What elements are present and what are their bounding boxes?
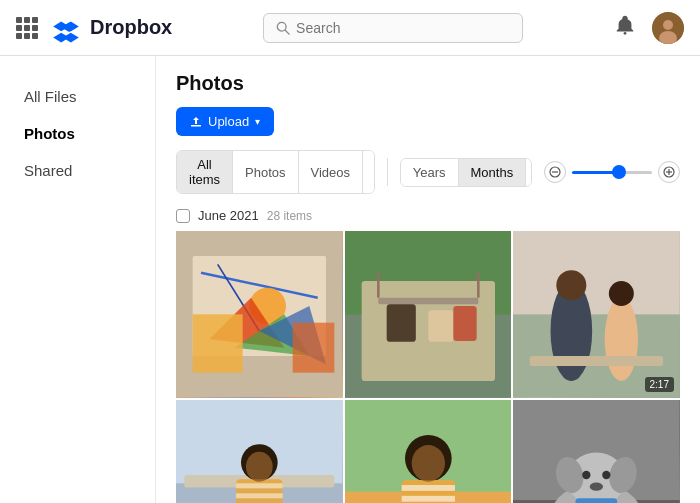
filter-tabs: All items Photos Videos Starred <box>176 150 375 194</box>
sidebar-item-photos[interactable]: Photos <box>16 117 139 150</box>
logo[interactable]: Dropbox <box>50 12 172 44</box>
svg-line-1 <box>285 30 289 34</box>
zoom-out-button[interactable] <box>544 161 566 183</box>
search-container <box>172 13 614 43</box>
svg-rect-21 <box>293 323 335 373</box>
svg-rect-38 <box>530 356 663 366</box>
main-layout: All Files Photos Shared Photos Upload ▾ … <box>0 56 700 503</box>
photo-grid: 2:17 <box>176 231 680 503</box>
user-avatar[interactable] <box>652 12 684 44</box>
svg-rect-20 <box>193 314 243 372</box>
photo-cell-2[interactable] <box>345 231 512 398</box>
svg-rect-46 <box>236 493 283 498</box>
zoom-control <box>544 161 680 183</box>
tab-years[interactable]: Years <box>401 159 459 186</box>
svg-point-2 <box>624 32 627 35</box>
svg-rect-54 <box>401 496 454 502</box>
upload-button[interactable]: Upload ▾ <box>176 107 274 136</box>
section-header: June 2021 28 items <box>176 208 680 223</box>
tab-months[interactable]: Months <box>459 159 527 186</box>
view-tabs: Years Months Days <box>400 158 532 187</box>
sidebar-item-shared[interactable]: Shared <box>16 154 139 187</box>
photo-cell-3[interactable]: 2:17 <box>513 231 680 398</box>
dropbox-logo-icon <box>50 12 82 44</box>
tab-all-items[interactable]: All items <box>177 151 233 193</box>
svg-rect-27 <box>428 310 453 342</box>
header-left: Dropbox <box>16 12 172 44</box>
svg-point-65 <box>590 482 603 490</box>
tab-videos[interactable]: Videos <box>299 151 364 193</box>
svg-point-48 <box>246 451 273 481</box>
svg-rect-45 <box>236 483 283 488</box>
notification-icon[interactable] <box>614 14 636 41</box>
svg-rect-33 <box>513 231 680 314</box>
page-title: Photos <box>176 72 680 95</box>
tab-days[interactable]: Days <box>526 159 532 186</box>
svg-point-64 <box>602 471 610 479</box>
grid-menu-icon[interactable] <box>16 17 38 39</box>
svg-rect-53 <box>401 485 454 491</box>
zoom-in-button[interactable] <box>658 161 680 183</box>
svg-rect-26 <box>386 304 415 342</box>
video-duration-badge: 2:17 <box>645 377 674 392</box>
search-icon <box>276 21 290 35</box>
svg-point-35 <box>557 270 587 300</box>
sidebar-item-all-files[interactable]: All Files <box>16 80 139 113</box>
svg-rect-66 <box>576 498 618 503</box>
zoom-slider[interactable] <box>572 171 652 174</box>
svg-rect-28 <box>453 306 476 341</box>
svg-point-37 <box>609 281 634 306</box>
photo-cell-5[interactable] <box>345 400 512 503</box>
search-input[interactable] <box>296 20 510 36</box>
svg-point-4 <box>663 20 673 30</box>
svg-point-36 <box>605 298 638 381</box>
svg-rect-6 <box>191 125 201 127</box>
tabs-row: All items Photos Videos Starred Years Mo… <box>176 150 680 194</box>
svg-point-56 <box>411 445 444 482</box>
section-count: 28 items <box>267 209 312 223</box>
section-checkbox[interactable] <box>176 209 190 223</box>
section-date: June 2021 <box>198 208 259 223</box>
sidebar: All Files Photos Shared <box>0 56 155 503</box>
tab-starred[interactable]: Starred <box>363 151 375 193</box>
header-right <box>614 12 684 44</box>
upload-icon <box>190 116 202 128</box>
svg-rect-25 <box>378 298 478 305</box>
tabs-divider <box>387 158 388 186</box>
svg-point-63 <box>582 471 590 479</box>
main-content: Photos Upload ▾ All items Photos Videos … <box>155 56 700 503</box>
upload-chevron-icon: ▾ <box>255 116 260 127</box>
app-name: Dropbox <box>90 16 172 39</box>
tab-photos[interactable]: Photos <box>233 151 298 193</box>
zoom-out-icon <box>549 166 561 178</box>
search-box[interactable] <box>263 13 523 43</box>
svg-rect-44 <box>236 479 283 503</box>
header: Dropbox <box>0 0 700 56</box>
photo-cell-6[interactable] <box>513 400 680 503</box>
zoom-in-icon <box>663 166 675 178</box>
photo-cell-4[interactable] <box>176 400 343 503</box>
photo-cell-1[interactable] <box>176 231 343 398</box>
